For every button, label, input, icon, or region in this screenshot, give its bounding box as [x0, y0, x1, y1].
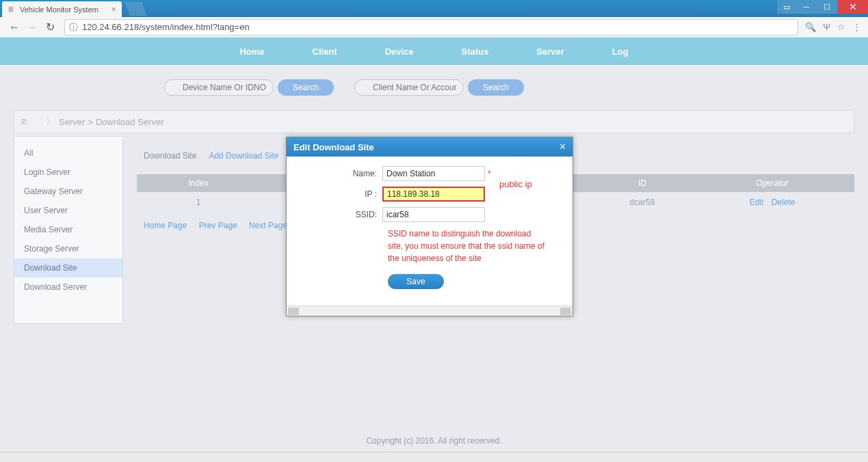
- breadcrumb: ⎚ 〉 Server > Download Server: [14, 110, 854, 133]
- breadcrumb-part2: Download Server: [96, 117, 164, 127]
- nav-client[interactable]: Client: [313, 46, 337, 57]
- public-ip-annotation: public ip: [499, 179, 532, 189]
- ip-label: IP :: [293, 189, 382, 199]
- sidebar: All Login Server Gateway Server User Ser…: [14, 136, 123, 324]
- pager-next[interactable]: Next Page: [249, 221, 287, 230]
- breadcrumb-sep: >: [88, 117, 93, 127]
- nav-server[interactable]: Server: [536, 46, 564, 57]
- app-nav: Home Client Device Status Server Log: [239, 46, 628, 57]
- pager-prev[interactable]: Prev Page: [199, 221, 237, 230]
- browser-toolbar: ← → ↻ ⓘ 120.24.66.218/system/index.html?…: [0, 17, 868, 38]
- name-label: Name:: [293, 169, 382, 178]
- scroll-right-icon[interactable]: [560, 308, 571, 315]
- chevron-icon: 〉: [46, 116, 55, 128]
- bottom-scrollbar[interactable]: [0, 452, 868, 462]
- device-search-group: Search: [164, 79, 334, 96]
- forward-button[interactable]: →: [25, 20, 40, 35]
- th-id: ID: [594, 174, 690, 192]
- cell-operator: Edit Delete: [690, 192, 854, 213]
- url-bar[interactable]: ⓘ 120.24.66.218/system/index.html?lang=e…: [64, 19, 798, 36]
- tab-close-icon[interactable]: ×: [111, 4, 116, 14]
- window-controls: ▭ ─ ☐ ✕: [777, 0, 868, 14]
- delete-link[interactable]: Delete: [772, 198, 795, 207]
- edit-link[interactable]: Edit: [750, 198, 764, 207]
- new-tab-button[interactable]: [124, 2, 146, 16]
- window-maximize-button[interactable]: ☐: [817, 0, 837, 14]
- footer: Copyright (c) 2016. All right reserved.: [0, 436, 868, 446]
- tab-download-site[interactable]: Download Site: [144, 151, 196, 161]
- search-row: Search Search: [0, 65, 868, 103]
- browser-tab[interactable]: Vehicle Monitor System ×: [2, 1, 122, 17]
- client-search-button[interactable]: Search: [468, 79, 524, 96]
- th-operator: Operator: [690, 174, 854, 192]
- form-row-ssid: SSID:: [293, 207, 566, 222]
- window-close-button[interactable]: ✕: [837, 0, 868, 14]
- breadcrumb-part1[interactable]: Server: [59, 117, 85, 127]
- save-button[interactable]: Save: [388, 274, 444, 289]
- nav-home[interactable]: Home: [239, 46, 264, 57]
- edit-download-site-modal: Edit Download Site × Name: * IP : SSID: …: [286, 137, 573, 316]
- modal-title: Edit Download Site: [293, 142, 374, 152]
- psi-icon[interactable]: Ψ: [823, 22, 830, 32]
- file-icon: [8, 5, 16, 14]
- client-search-input[interactable]: [354, 79, 464, 96]
- sidebar-item-storage-server[interactable]: Storage Server: [14, 239, 122, 258]
- device-search-button[interactable]: Search: [278, 79, 334, 96]
- window-minimize-button[interactable]: ─: [796, 0, 817, 14]
- sidebar-item-all[interactable]: All: [14, 144, 122, 163]
- pager-home[interactable]: Home Page: [144, 221, 187, 230]
- menu-icon[interactable]: ⋮: [852, 22, 861, 32]
- nav-status[interactable]: Status: [462, 46, 489, 57]
- scroll-left-icon[interactable]: [288, 308, 299, 315]
- cell-index: 1: [137, 192, 260, 213]
- client-search-group: Search: [354, 79, 524, 96]
- reload-button[interactable]: ↻: [42, 20, 57, 35]
- back-button[interactable]: ←: [7, 20, 22, 35]
- modal-close-icon[interactable]: ×: [560, 141, 566, 153]
- nav-device[interactable]: Device: [385, 46, 414, 57]
- window-account-icon[interactable]: ▭: [777, 0, 796, 14]
- sidebar-item-user-server[interactable]: User Server: [14, 201, 122, 220]
- ssid-note: SSID name to distinguish the download si…: [388, 228, 545, 264]
- app-header: Home Client Device Status Server Log: [0, 38, 868, 65]
- cell-id: dcar58: [594, 192, 690, 213]
- zoom-icon[interactable]: 🔍: [805, 22, 816, 32]
- th-index: Index: [137, 174, 260, 192]
- sidebar-item-gateway-server[interactable]: Gateway Server: [14, 182, 122, 201]
- url-text: 120.24.66.218/system/index.html?lang=en: [82, 22, 250, 32]
- sidebar-item-download-site[interactable]: Download Site: [14, 258, 122, 277]
- tab-title: Vehicle Monitor System: [20, 5, 98, 14]
- tab-add-download-site[interactable]: Add Download Site: [209, 151, 278, 161]
- name-input[interactable]: [382, 166, 485, 181]
- ssid-input[interactable]: [382, 207, 485, 222]
- modal-horizontal-scrollbar[interactable]: [287, 305, 573, 316]
- required-star: *: [488, 169, 491, 178]
- browser-titlebar: Vehicle Monitor System × ▭ ─ ☐ ✕: [0, 0, 868, 17]
- toolbar-right-icons: 🔍 Ψ ☆ ⋮: [798, 22, 861, 32]
- site-info-icon[interactable]: ⓘ: [69, 21, 78, 33]
- sidebar-item-login-server[interactable]: Login Server: [14, 163, 122, 182]
- breadcrumb-icon: ⎚: [21, 116, 35, 127]
- device-search-input[interactable]: [164, 79, 274, 96]
- bookmark-icon[interactable]: ☆: [837, 22, 845, 32]
- nav-log[interactable]: Log: [612, 46, 629, 57]
- modal-header[interactable]: Edit Download Site ×: [287, 137, 573, 157]
- ssid-label: SSID:: [293, 210, 382, 219]
- sidebar-item-media-server[interactable]: Media Server: [14, 220, 122, 239]
- ip-input[interactable]: [382, 187, 485, 202]
- sidebar-item-download-server[interactable]: Download Server: [14, 277, 122, 297]
